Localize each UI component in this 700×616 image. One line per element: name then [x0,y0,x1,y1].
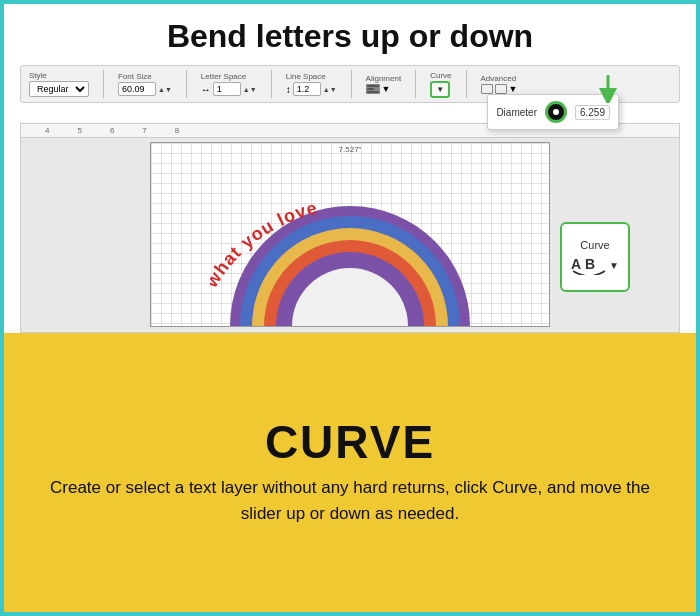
top-section: Bend letters up or down Style Regular Fo… [4,4,696,333]
alignment-arrow: ▼ [382,84,391,94]
letterspace-group: Letter Space ↔ ▲▼ [201,72,257,96]
style-control: Regular [29,81,89,97]
advanced-control: ▼ [481,84,518,94]
curve-icon-ab: A B ▼ [571,255,619,275]
alignment-control: ▼ [366,84,391,94]
fontsize-label: Font Size [118,72,152,81]
advanced-label: Advanced [481,74,517,83]
letterspace-icon: ↔ [201,84,211,95]
style-group: Style Regular [29,71,89,97]
rainbow-container: Do what you love [210,181,490,326]
curve-button[interactable]: ▼ [430,81,450,98]
curve-control: ▼ [430,81,450,98]
curve-dial-inner [553,109,559,115]
curve-ab-arrow[interactable]: ▼ [609,260,619,271]
page-title: Bend letters up or down [20,18,680,55]
ruler-mark-6: 6 [110,126,114,135]
ruler-mark-7: 7 [142,126,146,135]
canvas-area: 4 5 6 7 8 7.527" 3.66" [20,123,680,333]
advanced-icon-2[interactable] [495,84,507,94]
ruler-mark-4: 4 [45,126,49,135]
letterspace-arrows: ▲▼ [243,86,257,93]
fontsize-group: Font Size ▲▼ [118,72,172,96]
advanced-group: Advanced ▼ [481,74,518,94]
alignment-label: Alignment [366,74,402,83]
separator-4 [351,70,352,98]
linespace-arrows: ▲▼ [323,86,337,93]
letterspace-label: Letter Space [201,72,246,81]
rainbow-svg: Do what you love [210,181,490,326]
curve-card-label: Curve [580,239,609,251]
linespace-label: Line Space [286,72,326,81]
svg-text:B: B [585,256,595,272]
fontsize-input[interactable] [118,82,156,96]
align-left-icon[interactable] [366,84,380,94]
main-container: Bend letters up or down Style Regular Fo… [0,0,700,616]
ruler-mark-5: 5 [77,126,81,135]
curve-label: Curve [430,71,451,80]
separator-2 [186,70,187,98]
canvas-measurement-top: 7.527" [339,145,362,154]
linespace-icon: ↕ [286,84,291,95]
curve-icon-card: Curve A B ▼ [560,222,630,292]
canvas-inner[interactable]: 7.527" 3.66" [150,142,550,327]
ruler-marks: 4 5 6 7 8 [45,126,179,135]
fontsize-control: ▲▼ [118,82,172,96]
separator-3 [271,70,272,98]
separator-5 [415,70,416,98]
letterspace-input[interactable] [213,82,241,96]
bottom-description: Create or select a text layer without an… [44,475,656,526]
letterspace-control: ↔ ▲▼ [201,82,257,96]
svg-text:A: A [571,256,581,272]
advanced-icon-1[interactable] [481,84,493,94]
toolbar: Style Regular Font Size ▲▼ Letter [20,65,680,103]
curve-ab-svg: A B [571,255,607,275]
curve-arrow-indicator [598,75,618,107]
style-select[interactable]: Regular [29,81,89,97]
separator-1 [103,70,104,98]
separator-6 [466,70,467,98]
linespace-input[interactable] [293,82,321,96]
ruler-mark-8: 8 [175,126,179,135]
curve-group: Curve ▼ [430,71,451,98]
curve-dropdown-label: Diameter [496,107,537,118]
alignment-group: Alignment ▼ [366,74,402,94]
bottom-section: CURVE Create or select a text layer with… [4,333,696,612]
style-label: Style [29,71,47,80]
fontsize-arrows: ▲▼ [158,86,172,93]
bottom-title: CURVE [265,415,435,469]
curve-dial[interactable] [545,101,567,123]
advanced-arrow: ▼ [509,84,518,94]
curve-btn-text: ▼ [436,85,444,94]
linespace-control: ↕ ▲▼ [286,82,337,96]
linespace-group: Line Space ↕ ▲▼ [286,72,337,96]
